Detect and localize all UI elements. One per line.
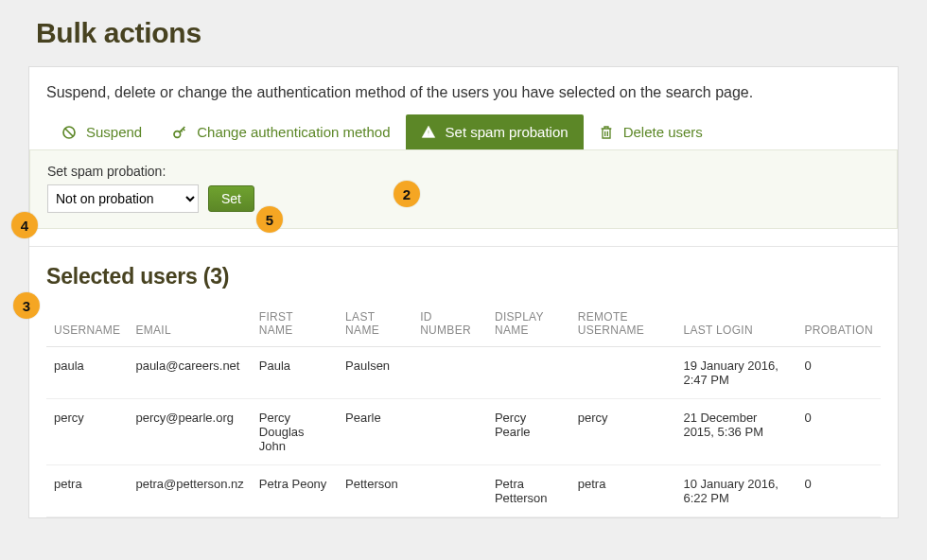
col-last-login: LAST LOGIN	[675, 301, 796, 347]
cell-last-name: Pearle	[338, 399, 412, 465]
cell-id-number	[412, 347, 487, 399]
cell-username: percy	[46, 399, 128, 465]
cell-last-login: 21 December 2015, 5:36 PM	[675, 399, 796, 465]
table-row: paulapaula@careers.netPaulaPaulsen19 Jan…	[46, 347, 881, 399]
tab-label: Set spam probation	[446, 124, 568, 140]
main-card: Suspend, delete or change the authentica…	[28, 66, 899, 518]
cell-remote-username: percy	[570, 399, 676, 465]
cell-username: petra	[46, 465, 128, 517]
annotation-badge-3: 3	[13, 292, 40, 319]
users-table: USERNAME EMAIL FIRST NAME LAST NAME ID N…	[46, 301, 881, 517]
cell-email: petra@petterson.nz	[128, 465, 251, 517]
tab-change-auth[interactable]: Change authentication method	[157, 114, 405, 149]
cell-probation: 0	[796, 347, 881, 399]
col-email: EMAIL	[128, 301, 251, 347]
cell-id-number	[412, 399, 487, 465]
tabs: Suspend Change authentication method Set…	[46, 114, 881, 149]
intro-text: Suspend, delete or change the authentica…	[46, 84, 881, 101]
svg-rect-3	[428, 130, 429, 133]
set-button[interactable]: Set	[208, 185, 254, 212]
svg-rect-4	[428, 134, 429, 135]
tab-label: Change authentication method	[197, 124, 390, 140]
trash-icon	[599, 125, 614, 140]
tab-label: Suspend	[86, 124, 142, 140]
cell-last-login: 19 January 2016, 2:47 PM	[675, 347, 796, 399]
tab-label: Delete users	[623, 124, 703, 140]
selected-users-heading: Selected users (3)	[46, 264, 881, 289]
probation-select[interactable]: Not on probation	[47, 184, 199, 213]
tab-delete-users[interactable]: Delete users	[584, 114, 718, 149]
cell-remote-username	[570, 347, 676, 399]
cell-email: percy@pearle.org	[128, 399, 251, 465]
warning-icon	[421, 125, 436, 140]
tab-suspend[interactable]: Suspend	[46, 114, 157, 149]
tab-panel-set-spam: Set spam probation: Not on probation Set	[29, 149, 898, 229]
svg-line-1	[65, 129, 73, 136]
cell-display-name	[487, 347, 570, 399]
cell-first-name: Percy Douglas John	[252, 399, 338, 465]
cell-last-name: Petterson	[338, 465, 412, 517]
cell-username: paula	[46, 347, 128, 399]
annotation-badge-5: 5	[256, 206, 283, 233]
probation-label: Set spam probation:	[47, 164, 880, 179]
table-row: petrapetra@petterson.nzPetra PeonyPetter…	[46, 465, 881, 517]
ban-icon	[61, 125, 77, 140]
page-title: Bulk actions	[36, 17, 899, 49]
cell-id-number	[412, 465, 487, 517]
cell-last-name: Paulsen	[338, 347, 412, 399]
key-icon	[172, 125, 187, 140]
tab-set-spam-probation[interactable]: Set spam probation	[406, 114, 584, 149]
col-first-name: FIRST NAME	[252, 301, 338, 347]
col-display-name: DISPLAY NAME	[487, 301, 570, 347]
cell-first-name: Paula	[252, 347, 338, 399]
col-last-name: LAST NAME	[338, 301, 412, 347]
cell-first-name: Petra Peony	[252, 465, 338, 517]
cell-last-login: 10 January 2016, 6:22 PM	[675, 465, 796, 517]
table-header-row: USERNAME EMAIL FIRST NAME LAST NAME ID N…	[46, 301, 881, 347]
col-username: USERNAME	[46, 301, 128, 347]
col-remote-username: REMOTE USERNAME	[570, 301, 676, 347]
table-row: percypercy@pearle.orgPercy Douglas JohnP…	[46, 399, 881, 465]
cell-remote-username: petra	[570, 465, 676, 517]
cell-email: paula@careers.net	[128, 347, 251, 399]
divider	[29, 246, 898, 247]
col-id-number: ID NUMBER	[412, 301, 487, 347]
annotation-badge-4: 4	[11, 212, 38, 238]
col-probation: PROBATION	[796, 301, 881, 347]
annotation-badge-2: 2	[394, 181, 420, 207]
cell-display-name: Petra Petterson	[487, 465, 570, 517]
cell-probation: 0	[796, 399, 881, 465]
cell-probation: 0	[796, 465, 881, 517]
cell-display-name: Percy Pearle	[487, 399, 570, 465]
